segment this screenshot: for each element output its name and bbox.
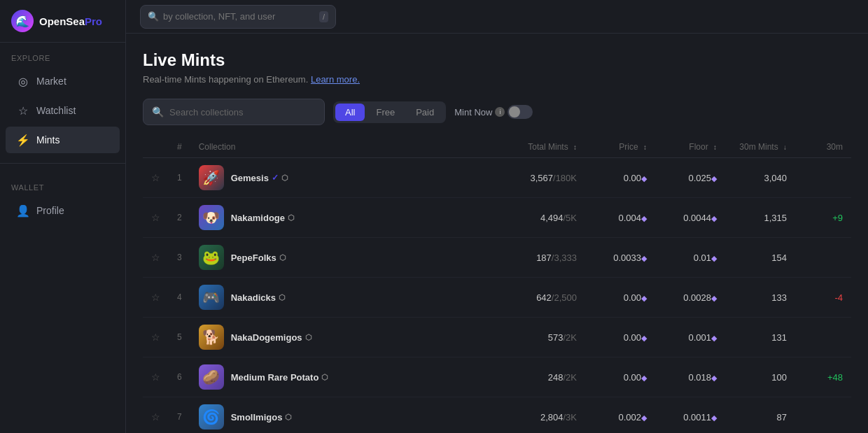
search-collections-input[interactable] bbox=[169, 107, 316, 118]
30m-mints-cell: 133 bbox=[725, 278, 795, 318]
collection-name[interactable]: Medium Rare Potato ⬡ bbox=[231, 372, 329, 383]
search-collections-box[interactable]: 🔍 bbox=[143, 99, 325, 125]
floor-cell: 0.0044◆ bbox=[655, 198, 725, 238]
total-mints-cell: 642/2,500 bbox=[494, 278, 585, 318]
star-icon[interactable]: ☆ bbox=[151, 212, 160, 223]
star-icon[interactable]: ☆ bbox=[151, 411, 160, 423]
price-cell: 0.00◆ bbox=[585, 278, 655, 318]
col-header-floor-label: Floor bbox=[689, 142, 708, 152]
sidebar-item-profile[interactable]: 👤 Profile bbox=[6, 197, 120, 224]
col-header-price[interactable]: Price ↕ bbox=[585, 136, 655, 158]
collection-cell: 🐕 NakaDogemigos ⬡ bbox=[190, 318, 494, 357]
30m-change-cell: +48 bbox=[795, 357, 851, 397]
collection-name[interactable]: Gemesis ✓ ⬡ bbox=[231, 173, 288, 183]
favorite-cell: ☆ bbox=[143, 238, 169, 278]
star-icon[interactable]: ☆ bbox=[151, 332, 160, 343]
30m-mints-sort-arrow: ↓ bbox=[783, 143, 787, 151]
logo-icon: 🌊 bbox=[11, 10, 34, 32]
price-cell: 0.004◆ bbox=[585, 198, 655, 238]
collection-cell: 🐶 Nakamidoge ⬡ bbox=[190, 198, 494, 238]
col-header-collection[interactable]: Collection bbox=[190, 136, 494, 158]
mints-icon: ⚡ bbox=[17, 134, 29, 146]
floor-cell: 0.0011◆ bbox=[655, 397, 725, 434]
collection-cell: 🎮 Nakadicks ⬡ bbox=[190, 278, 494, 318]
table-row: ☆ 1 🚀 Gemesis ✓ ⬡ 3,567/180K 0.00◆ 0.025… bbox=[143, 158, 851, 198]
collection-cell: 🐸 PepeFolks ⬡ bbox=[190, 238, 494, 278]
star-icon[interactable]: ☆ bbox=[151, 172, 160, 183]
30m-change-cell bbox=[795, 238, 851, 278]
col-header-total-mints[interactable]: Total Mints ↕ bbox=[494, 136, 585, 158]
price-cell: 0.00◆ bbox=[585, 318, 655, 357]
watchlist-icon: ☆ bbox=[17, 104, 29, 117]
total-mints-cell: 2,804/3K bbox=[494, 397, 585, 434]
page-title: Live Mints bbox=[143, 50, 851, 70]
mint-now-control: Mint Now i bbox=[454, 105, 533, 119]
collection-name[interactable]: NakaDogemigos ⬡ bbox=[231, 332, 312, 343]
collection-thumb: 🥔 bbox=[199, 364, 224, 390]
topbar-search-box[interactable]: 🔍 / bbox=[140, 5, 336, 29]
chain-icon: ⬡ bbox=[279, 253, 286, 262]
total-mints-sort-arrow: ↕ bbox=[573, 143, 577, 151]
sidebar-item-mints[interactable]: ⚡ Mints bbox=[6, 127, 120, 153]
rank-cell: 4 bbox=[169, 278, 190, 318]
rank-cell: 6 bbox=[169, 357, 190, 397]
filter-tab-all[interactable]: All bbox=[335, 104, 365, 121]
30m-change-cell: -4 bbox=[795, 278, 851, 318]
star-icon[interactable]: ☆ bbox=[151, 371, 160, 383]
mints-table-container: # Collection Total Mints ↕ Price ↕ bbox=[143, 136, 851, 433]
collection-name[interactable]: PepeFolks ⬡ bbox=[231, 253, 286, 263]
col-header-collection-label: Collection bbox=[199, 142, 236, 152]
30m-mints-cell: 100 bbox=[725, 357, 795, 397]
favorite-cell: ☆ bbox=[143, 158, 169, 198]
chain-icon: ⬡ bbox=[285, 413, 292, 422]
rank-cell: 1 bbox=[169, 158, 190, 198]
price-cell: 0.00◆ bbox=[585, 158, 655, 198]
collection-cell: 🌀 SmolImigos ⬡ bbox=[190, 397, 494, 434]
mint-now-toggle[interactable] bbox=[507, 105, 533, 119]
topbar-kbd: / bbox=[319, 11, 328, 22]
search-collections-icon: 🔍 bbox=[152, 106, 164, 118]
collection-thumb: 🐶 bbox=[199, 205, 224, 230]
mints-table: # Collection Total Mints ↕ Price ↕ bbox=[143, 136, 851, 433]
col-header-30m-change: 30m bbox=[795, 136, 851, 158]
col-header-30m-mints[interactable]: 30m Mints ↓ bbox=[725, 136, 795, 158]
star-icon[interactable]: ☆ bbox=[151, 252, 160, 263]
30m-mints-cell: 131 bbox=[725, 318, 795, 357]
col-header-total-mints-label: Total Mints bbox=[528, 142, 568, 152]
chain-icon: ⬡ bbox=[321, 373, 328, 382]
star-icon[interactable]: ☆ bbox=[151, 292, 160, 303]
collection-name[interactable]: SmolImigos ⬡ bbox=[231, 412, 293, 423]
col-header-30m-change-label: 30m bbox=[827, 142, 843, 152]
table-header-row: # Collection Total Mints ↕ Price ↕ bbox=[143, 136, 851, 158]
filter-tab-free[interactable]: Free bbox=[366, 104, 405, 121]
floor-cell: 0.01◆ bbox=[655, 238, 725, 278]
col-header-floor[interactable]: Floor ↕ bbox=[655, 136, 725, 158]
price-sort-arrow: ↕ bbox=[643, 143, 647, 151]
chain-icon: ⬡ bbox=[288, 213, 295, 222]
collection-name[interactable]: Nakamidoge ⬡ bbox=[231, 213, 295, 223]
floor-sort-arrow: ↕ bbox=[713, 143, 717, 151]
sidebar-item-market[interactable]: ◎ Market bbox=[6, 68, 120, 94]
table-row: ☆ 5 🐕 NakaDogemigos ⬡ 573/2K 0.00◆ 0.001… bbox=[143, 318, 851, 357]
rank-cell: 7 bbox=[169, 397, 190, 434]
collection-thumb: 🌀 bbox=[199, 404, 224, 430]
total-mints-cell: 187/3,333 bbox=[494, 238, 585, 278]
sidebar-item-label: Watchlist bbox=[36, 105, 76, 116]
profile-icon: 👤 bbox=[17, 204, 29, 217]
collection-cell: 🥔 Medium Rare Potato ⬡ bbox=[190, 357, 494, 397]
logo[interactable]: 🌊 OpenSeaPro bbox=[0, 0, 125, 43]
collection-thumb: 🐸 bbox=[199, 245, 224, 270]
filters-bar: 🔍 All Free Paid Mint Now i bbox=[143, 99, 851, 125]
mint-now-info-icon[interactable]: i bbox=[495, 107, 505, 117]
favorite-cell: ☆ bbox=[143, 397, 169, 434]
sidebar-item-watchlist[interactable]: ☆ Watchlist bbox=[6, 97, 120, 124]
wallet-label: Wallet bbox=[0, 172, 125, 196]
learn-more-link[interactable]: Learn more. bbox=[311, 74, 360, 85]
filter-tab-paid[interactable]: Paid bbox=[406, 104, 444, 121]
30m-change-cell bbox=[795, 318, 851, 357]
collection-name[interactable]: Nakadicks ⬡ bbox=[231, 292, 286, 303]
collection-thumb: 🚀 bbox=[199, 165, 224, 190]
sidebar-item-label: Profile bbox=[36, 205, 64, 216]
topbar-search-input[interactable] bbox=[163, 11, 315, 22]
total-mints-cell: 573/2K bbox=[494, 318, 585, 357]
